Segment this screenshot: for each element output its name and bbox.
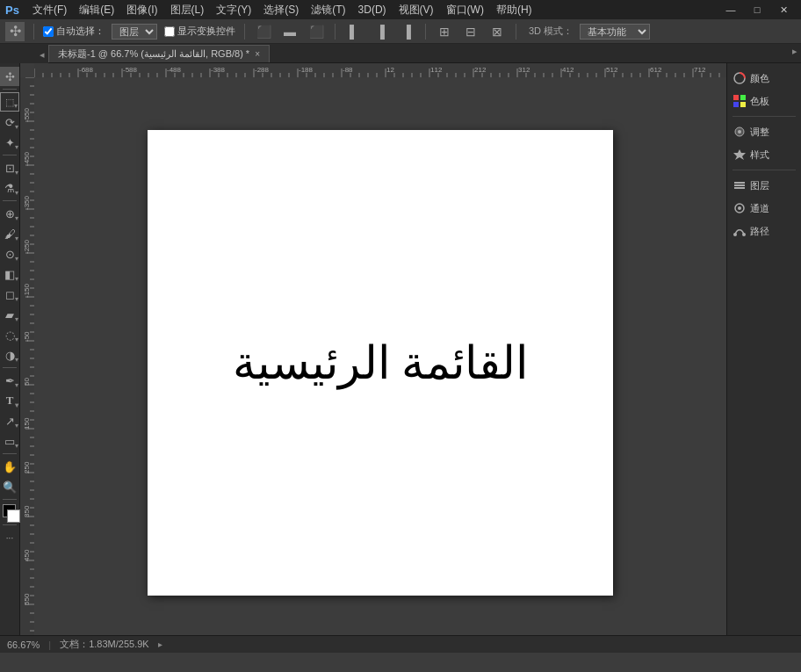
canvas-text-content: القائمة الرئيسية [233, 336, 528, 389]
panel-sep-2 [732, 170, 796, 170]
crop-tool-btn[interactable]: ⊡▾ [0, 158, 19, 177]
more-tools-btn[interactable]: ··· [0, 528, 19, 547]
align-middle-icon[interactable]: ▬ [280, 22, 299, 41]
tool-sep-6 [3, 499, 17, 500]
history-tool-btn[interactable]: ◧▾ [0, 264, 19, 284]
align-bottom-icon[interactable]: ⬛ [307, 22, 326, 41]
menu-layer[interactable]: 图层(L) [164, 1, 211, 19]
shape-tool-btn[interactable]: ▭▾ [0, 431, 19, 451]
close-button[interactable]: ✕ [771, 0, 796, 19]
workspace-select[interactable]: 基本功能 [580, 24, 650, 40]
auto-align-icon[interactable]: ⊠ [487, 22, 507, 41]
maximize-button[interactable]: □ [745, 0, 769, 19]
align-top-icon[interactable]: ⬛ [254, 22, 273, 41]
dodge-tool-btn[interactable]: ◑▾ [0, 345, 19, 365]
transform-input[interactable] [164, 26, 175, 37]
auto-select-input[interactable] [43, 26, 54, 37]
align-center-icon[interactable]: ▐ [371, 22, 390, 41]
align-right-icon[interactable]: ▐ [397, 22, 416, 41]
menu-type[interactable]: 文字(Y) [210, 1, 257, 19]
ps-logo: Ps [5, 4, 19, 17]
brush-tool-btn[interactable]: 🖌▾ [0, 224, 19, 243]
menu-3d[interactable]: 3D(D) [352, 2, 393, 18]
menu-window[interactable]: 窗口(W) [440, 1, 490, 19]
separator3 [335, 24, 336, 40]
magic-wand-tool-btn[interactable]: ✦▾ [0, 133, 19, 152]
gradient-tool-btn[interactable]: ▰▾ [0, 305, 19, 324]
tab-close-button[interactable]: × [255, 49, 260, 59]
move-tool-btn[interactable]: ✣ [0, 67, 19, 86]
align-left-icon[interactable]: ▌ [344, 22, 364, 41]
hand-tool-btn[interactable]: ✋ [0, 457, 19, 476]
background-color[interactable] [7, 509, 20, 523]
tab-left-arrow[interactable]: ◂ [40, 49, 45, 61]
svg-point-6 [738, 130, 741, 134]
transform-checkbox[interactable]: 显示变换控件 [164, 25, 235, 38]
svg-rect-2 [740, 95, 746, 100]
eraser-tool-btn[interactable]: ◻▾ [0, 285, 19, 304]
panel-paths[interactable]: 路径 [727, 220, 801, 242]
menu-file[interactable]: 文件(F) [26, 1, 73, 19]
layer-select[interactable]: 图层 [112, 24, 157, 40]
styles-icon [732, 148, 747, 162]
tool-sep-2 [3, 155, 17, 155]
pen-tool-btn[interactable]: ✒▾ [0, 371, 19, 390]
status-arrow[interactable]: ▸ [158, 639, 162, 649]
transform-label: 显示变换控件 [177, 25, 235, 38]
panel-paths-label: 路径 [750, 225, 769, 238]
main-layout: ✣ ⬚▾ ⟳▾ ✦▾ ⊡▾ ⚗▾ ⊕▾ 🖌▾ ⊙▾ ◧▾ ◻▾ ▰▾ ◌▾ ◑▾… [0, 63, 801, 635]
document-tab[interactable]: 未标题-1 @ 66.7% (القائمة الرئيسية, RGB/8) … [48, 45, 270, 62]
minimize-button[interactable]: — [718, 0, 743, 19]
doc-size: 文档：1.83M/255.9K [60, 638, 149, 651]
paths-icon [732, 224, 747, 238]
auto-select-label: 自动选择： [56, 25, 105, 38]
zoom-tool-btn[interactable]: 🔍 [0, 477, 19, 496]
panel-layers[interactable]: 图层 [727, 174, 801, 197]
distribute-icon[interactable]: ⊞ [435, 22, 454, 41]
options-bar: ✣ 自动选择： 图层 显示变换控件 ⬛ ▬ ⬛ ▌ ▐ ▐ ⊞ ⊟ ⊠ 3D 模… [0, 19, 801, 44]
vertical-ruler [20, 77, 34, 635]
clone-tool-btn[interactable]: ⊙▾ [0, 244, 19, 264]
svg-rect-9 [734, 184, 745, 186]
svg-point-12 [738, 206, 741, 210]
tab-scroll-icon[interactable]: ▸ [792, 46, 801, 57]
panel-swatches[interactable]: 色板 [727, 90, 801, 112]
ruler-left [20, 77, 34, 635]
rect-select-tool-btn[interactable]: ⬚▾ [0, 92, 19, 112]
panel-channels[interactable]: 通道 [727, 197, 801, 220]
eyedropper-tool-btn[interactable]: ⚗▾ [0, 178, 19, 198]
menu-image[interactable]: 图像(I) [120, 1, 163, 19]
distribute2-icon[interactable]: ⊟ [461, 22, 480, 41]
right-panel: 颜色 色板 调整 样式 图层 [726, 63, 801, 635]
separator5 [516, 24, 516, 40]
status-sep: | [48, 639, 51, 650]
separator4 [425, 24, 426, 40]
status-bar: 66.67% | 文档：1.83M/255.9K ▸ [0, 635, 801, 653]
svg-rect-1 [733, 95, 739, 100]
document-canvas: القائمة الرئيسية [148, 130, 613, 596]
menu-select[interactable]: 选择(S) [257, 1, 305, 19]
menu-view[interactable]: 视图(V) [393, 1, 440, 19]
channels-icon [732, 201, 747, 215]
healing-tool-btn[interactable]: ⊕▾ [0, 204, 19, 223]
move-tool-active[interactable]: ✣ [5, 22, 25, 41]
menu-edit[interactable]: 编辑(E) [73, 1, 120, 19]
menu-filter[interactable]: 滤镜(T) [305, 1, 351, 19]
panel-styles-label: 样式 [750, 148, 769, 162]
auto-select-checkbox[interactable]: 自动选择： [43, 25, 105, 38]
menu-help[interactable]: 帮助(H) [490, 1, 538, 19]
path-select-tool-btn[interactable]: ↗▾ [0, 411, 19, 430]
canvas-scroll[interactable]: القائمة الرئيسية [34, 77, 726, 635]
separator [33, 24, 34, 40]
panel-adjustments[interactable]: 调整 [727, 120, 801, 143]
panel-styles[interactable]: 样式 [727, 143, 801, 166]
type-tool-btn[interactable]: T▾ [0, 391, 19, 410]
lasso-tool-btn[interactable]: ⟳▾ [0, 112, 19, 132]
tab-label: 未标题-1 @ 66.7% (القائمة الرئيسية, RGB/8) … [58, 47, 249, 61]
left-toolbar: ✣ ⬚▾ ⟳▾ ✦▾ ⊡▾ ⚗▾ ⊕▾ 🖌▾ ⊙▾ ◧▾ ◻▾ ▰▾ ◌▾ ◑▾… [0, 63, 20, 635]
panel-color[interactable]: 颜色 [727, 67, 801, 90]
canvas-with-ruler: القائمة الرئيسية [20, 77, 726, 635]
blur-tool-btn[interactable]: ◌▾ [0, 325, 19, 344]
menu-bar: Ps 文件(F) 编辑(E) 图像(I) 图层(L) 文字(Y) 选择(S) 滤… [5, 1, 538, 19]
svg-rect-8 [734, 182, 745, 184]
